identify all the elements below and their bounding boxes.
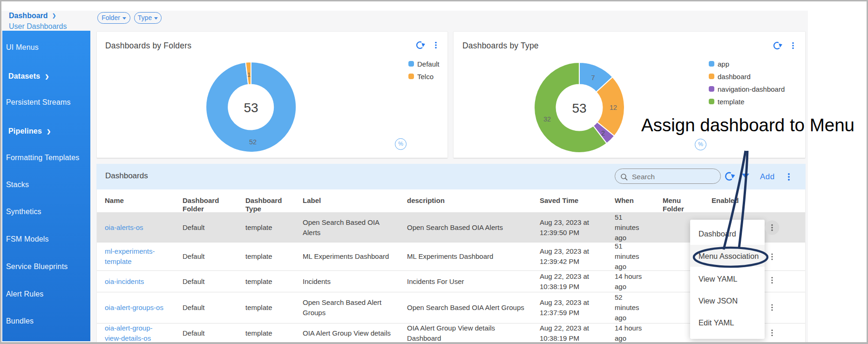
svg-text:Assign dashboard to Menu: Assign dashboard to Menu xyxy=(641,115,854,135)
